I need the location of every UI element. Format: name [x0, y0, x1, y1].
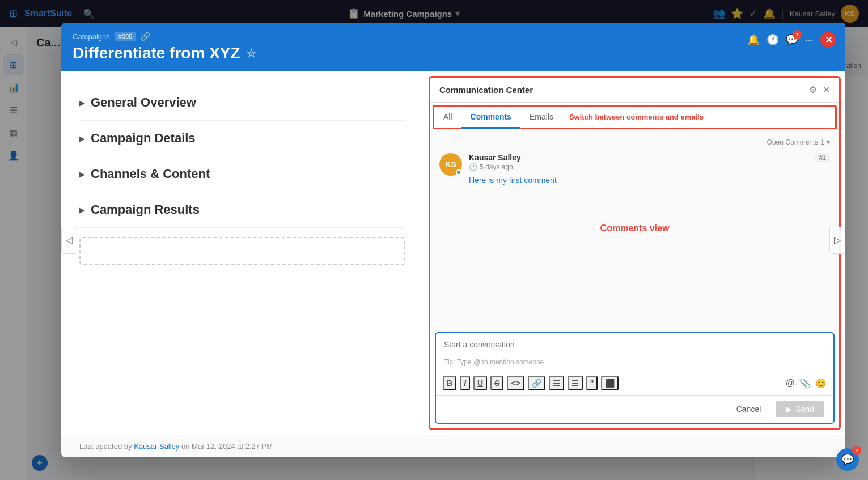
record-modal: Campaigns #005 🔗 Differentiate from XYZ … [61, 23, 845, 457]
open-comments-count: 1 [820, 138, 824, 146]
emoji-icon[interactable]: 😊 [815, 378, 827, 389]
comment-content: Kausar Salley #1 🕐 5 days ago Here is my… [469, 153, 830, 185]
section-label: Campaign Details [91, 131, 196, 146]
section-arrow-icon: ▶ [79, 206, 85, 214]
unordered-list-button[interactable]: ☰ [568, 376, 583, 390]
link-icon: 🔗 [141, 32, 150, 41]
embed-button[interactable]: ⬛ [601, 376, 619, 390]
tab-annotation-text: Switch between comments and emails [562, 108, 710, 126]
modal-header-actions: 🔔 🕐 💬 1 ··· ✕ [747, 32, 836, 48]
communication-center: Communication Center ⚙ ✕ All Comments Em… [429, 76, 841, 430]
underline-button[interactable]: U [473, 376, 487, 390]
section-label: General Overview [91, 95, 196, 110]
clock-icon: 🕐 [469, 163, 477, 171]
commenter-avatar: KS [439, 153, 462, 176]
settings-icon[interactable]: ⚙ [809, 84, 817, 95]
more-options-icon[interactable]: ··· [805, 34, 814, 46]
italic-button[interactable]: I [460, 376, 470, 390]
section-general-overview[interactable]: ▶ General Overview [79, 85, 405, 121]
tab-emails[interactable]: Emails [520, 107, 562, 129]
tab-all[interactable]: All [434, 107, 461, 129]
modal-footer: Last updated by Kausar Salley on Mar 12,… [61, 435, 845, 457]
section-label: Campaign Results [91, 202, 200, 217]
modal-header: Campaigns #005 🔗 Differentiate from XYZ … [61, 23, 845, 71]
section-arrow-icon: ▶ [79, 99, 85, 107]
comment-text: Here is my first comment [469, 176, 830, 185]
attachment-icon[interactable]: 📎 [799, 378, 811, 389]
section-label: Channels & Content [91, 167, 210, 181]
mention-icon[interactable]: @ [786, 378, 795, 388]
ordered-list-button[interactable]: ☰ [549, 376, 564, 390]
add-section-placeholder[interactable] [79, 237, 405, 265]
quote-button[interactable]: " [586, 376, 598, 390]
modal-title-text: Differentiate from XYZ [73, 44, 240, 62]
comm-header-icons: ⚙ ✕ [809, 84, 830, 95]
breadcrumb-text: Campaigns [73, 32, 110, 41]
compose-footer: Cancel ▶ Send [436, 395, 833, 423]
next-record-button[interactable]: ▷ [829, 227, 845, 254]
chat-fab-badge: 2 [852, 446, 861, 455]
send-button[interactable]: ▶ Send [776, 401, 824, 417]
chat-fab-button[interactable]: 💬 2 [836, 448, 859, 471]
section-arrow-icon: ▶ [79, 134, 85, 143]
link-button[interactable]: 🔗 [528, 376, 545, 390]
footer-date: on Mar 12, 2024 at 2:27 PM [181, 442, 273, 451]
compose-tip: Tip: Type @ to mention someone [436, 356, 833, 371]
open-comments-label: Open Comments [767, 138, 819, 146]
comment-number: #1 [815, 153, 830, 162]
comments-icon[interactable]: 💬 1 [786, 33, 798, 46]
section-campaign-results[interactable]: ▶ Campaign Results [79, 192, 405, 228]
compose-toolbar: B I U S <> 🔗 ☰ ☰ " ⬛ @ 📎 😊 [436, 371, 833, 395]
comm-center-title: Communication Center [439, 85, 533, 95]
comment-time: 🕐 5 days ago [469, 163, 830, 171]
comment-item: KS Kausar Salley #1 🕐 5 days ago Here is… [439, 153, 830, 185]
cancel-button[interactable]: Cancel [727, 401, 770, 417]
send-icon: ▶ [786, 405, 792, 414]
send-label: Send [795, 405, 814, 414]
section-channels-content[interactable]: ▶ Channels & Content [79, 156, 405, 192]
compose-input[interactable] [436, 333, 833, 356]
prev-record-button[interactable]: ◁ [61, 227, 77, 254]
toolbar-right-buttons: @ 📎 😊 [786, 378, 827, 389]
code-button[interactable]: <> [507, 376, 524, 390]
comm-center-header: Communication Center ⚙ ✕ [430, 78, 839, 103]
online-indicator [456, 169, 461, 175]
modal-body: ▶ General Overview ▶ Campaign Details ▶ … [61, 71, 845, 435]
comments-view-annotation: Comments view [600, 223, 670, 233]
comments-area: Open Comments 1 ▾ KS Kausar Salley #1 [430, 129, 839, 328]
modal-title: Differentiate from XYZ ☆ [73, 44, 834, 62]
strikethrough-button[interactable]: S [490, 376, 503, 390]
bold-button[interactable]: B [443, 376, 456, 390]
favorite-icon[interactable]: ☆ [246, 46, 256, 60]
open-comments-bar: Open Comments 1 ▾ [439, 138, 830, 146]
comment-timestamp: 5 days ago [480, 163, 513, 171]
compose-area: Tip: Type @ to mention someone B I U S <… [435, 332, 835, 424]
breadcrumb: Campaigns #005 🔗 [73, 32, 834, 41]
footer-updated-text: Last updated by [79, 442, 132, 451]
footer-user-link[interactable]: Kausar Salley [134, 442, 179, 451]
close-button[interactable]: ✕ [820, 32, 836, 48]
open-comments-dropdown-icon[interactable]: ▾ [827, 138, 830, 146]
section-campaign-details[interactable]: ▶ Campaign Details [79, 121, 405, 156]
record-number-badge: #005 [115, 32, 136, 41]
history-icon[interactable]: 🕐 [767, 33, 779, 46]
notification-bell-icon[interactable]: 🔔 [747, 33, 760, 46]
section-arrow-icon: ▶ [79, 170, 85, 179]
comments-badge: 1 [793, 30, 802, 39]
tab-comments[interactable]: Comments [461, 107, 520, 129]
avatar-initials: KS [445, 160, 456, 169]
tabs-annotation-row: All Comments Emails Switch between comme… [433, 105, 837, 129]
comment-author: Kausar Salley [469, 153, 521, 162]
left-panel: ▶ General Overview ▶ Campaign Details ▶ … [61, 71, 424, 435]
close-comm-icon[interactable]: ✕ [823, 84, 830, 95]
